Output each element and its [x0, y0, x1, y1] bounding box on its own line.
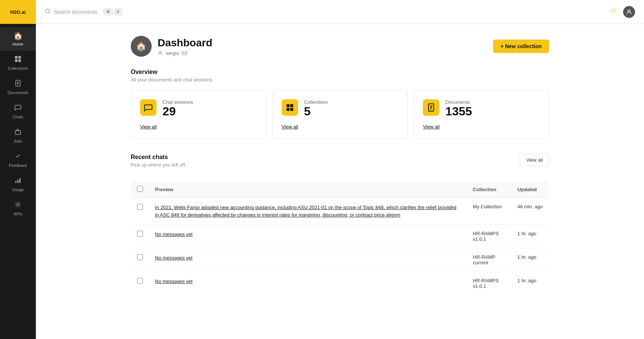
- svg-rect-2: [15, 59, 18, 62]
- chat-sessions-info: Chat sessions 29: [162, 99, 193, 118]
- table-row: No messages yet HR-RAMPS v1.0.1 1 hr. ag…: [131, 272, 549, 295]
- sidebar: H2O.ai 🏠 Home Collections Documents Chat…: [0, 0, 36, 339]
- sidebar-item-feedback[interactable]: Feedback: [0, 148, 36, 172]
- svg-point-13: [46, 9, 49, 13]
- jobs-icon: [14, 128, 22, 137]
- svg-line-23: [616, 8, 616, 9]
- theme-toggle-icon[interactable]: [610, 7, 617, 16]
- chat-sessions-value: 29: [162, 105, 193, 118]
- documents-view-all[interactable]: View all: [423, 124, 540, 130]
- content: 🏠 Dashboard sergio + New collection Over…: [36, 24, 644, 339]
- svg-rect-0: [15, 56, 18, 59]
- user-avatar-button[interactable]: [623, 6, 635, 18]
- table-row: In 2021, Wells Fargo adopted new account…: [131, 198, 549, 225]
- th-collection: Collection: [467, 181, 511, 198]
- sidebar-item-jobs[interactable]: Jobs: [0, 124, 36, 148]
- chat-preview-link-2[interactable]: No messages yet: [155, 255, 192, 261]
- chat-preview-link-1[interactable]: No messages yet: [155, 231, 192, 237]
- recent-chats-view-all-button[interactable]: View all: [520, 154, 549, 166]
- stat-card-documents: Documents 1355 View all: [414, 90, 549, 139]
- dashboard-title-area: 🏠 Dashboard sergio: [131, 36, 212, 57]
- chat-preview-link-3[interactable]: No messages yet: [155, 279, 192, 284]
- new-collection-button[interactable]: + New collection: [493, 40, 549, 53]
- main-area: Search documents ⌘ K 🏠 Dashboard: [36, 0, 644, 339]
- chat-preview-link-0[interactable]: In 2021, Wells Fargo adopted new account…: [155, 205, 456, 218]
- svg-line-14: [49, 12, 50, 13]
- topbar-right: [610, 6, 635, 18]
- sidebar-item-chats-label: Chats: [13, 115, 24, 119]
- svg-line-21: [616, 13, 616, 13]
- row-checkbox-2[interactable]: [137, 254, 143, 260]
- dashboard-home-icon: 🏠: [131, 36, 152, 57]
- row-collection-0: My Collection: [467, 198, 511, 225]
- svg-rect-10: [18, 180, 19, 183]
- documents-icon-box: [423, 99, 439, 116]
- row-checkbox-1[interactable]: [137, 231, 143, 237]
- stats-grid: Chat sessions 29 View all: [131, 90, 549, 139]
- feedback-icon: [14, 152, 22, 162]
- dashboard-title-text: Dashboard sergio: [158, 37, 212, 56]
- sidebar-item-collections[interactable]: Collections: [0, 51, 36, 75]
- sidebar-item-documents-label: Documents: [7, 90, 28, 95]
- search-icon: [45, 8, 51, 16]
- row-checkbox-cell: [131, 272, 149, 295]
- svg-rect-29: [287, 108, 290, 111]
- row-preview-0: In 2021, Wells Fargo adopted new account…: [149, 198, 467, 225]
- recent-chats-header: Recent chats Pick up where you left off.…: [131, 154, 549, 175]
- search-area[interactable]: Search documents ⌘ K: [45, 8, 605, 16]
- row-collection-3: HR-RAMPS v1.0.1: [467, 272, 511, 295]
- svg-rect-8: [15, 131, 21, 134]
- sidebar-item-feedback-label: Feedback: [9, 163, 27, 168]
- row-checkbox-cell: [131, 225, 149, 248]
- documents-value: 1355: [445, 105, 472, 118]
- row-updated-2: 1 hr. ago: [511, 248, 549, 272]
- sidebar-item-apis-label: APIs: [13, 212, 22, 216]
- stat-card-documents-top: Documents 1355: [423, 99, 540, 118]
- kbd-k: K: [114, 8, 122, 15]
- svg-line-20: [611, 8, 611, 9]
- row-preview-2: No messages yet: [149, 248, 467, 272]
- stat-card-collections-top: Collections 5: [282, 99, 399, 118]
- documents-label: Documents: [445, 99, 472, 105]
- th-preview: Preview: [149, 181, 467, 198]
- row-checkbox-0[interactable]: [137, 204, 143, 210]
- row-checkbox-3[interactable]: [137, 278, 143, 284]
- svg-point-15: [612, 9, 615, 12]
- chat-sessions-label: Chat sessions: [162, 99, 193, 105]
- table-row: No messages yet HR-RAMPS v1.0.1 1 hr. ag…: [131, 225, 549, 248]
- recent-chats-section: Recent chats Pick up where you left off.…: [131, 154, 549, 295]
- collections-value: 5: [304, 105, 328, 118]
- table-header-row: Preview Collection Updated: [131, 181, 549, 198]
- collections-icon: [14, 55, 22, 65]
- stat-card-chats: Chat sessions 29 View all: [131, 90, 266, 139]
- row-updated-0: 46 min. ago: [511, 198, 549, 225]
- sidebar-item-usage[interactable]: Usage: [0, 172, 36, 196]
- content-inner: 🏠 Dashboard sergio + New collection Over…: [116, 24, 564, 307]
- sidebar-item-jobs-label: Jobs: [13, 139, 22, 143]
- table-row: No messages yet HR-RAMP current 1 hr. ag…: [131, 248, 549, 272]
- home-icon: 🏠: [13, 31, 23, 40]
- sidebar-item-documents[interactable]: Documents: [0, 75, 36, 99]
- row-preview-3: No messages yet: [149, 272, 467, 295]
- row-updated-1: 1 hr. ago: [511, 225, 549, 248]
- sidebar-item-chats[interactable]: Chats: [0, 99, 36, 124]
- overview-subtitle: All your documents and chat sessions.: [131, 77, 549, 83]
- th-updated: Updated: [511, 181, 549, 198]
- svg-rect-30: [290, 108, 293, 111]
- logo[interactable]: H2O.ai: [0, 0, 36, 24]
- collections-label: Collections: [304, 99, 328, 105]
- sidebar-item-apis[interactable]: APIs: [0, 196, 36, 221]
- sidebar-item-usage-label: Usage: [12, 187, 24, 192]
- overview-section: Overview All your documents and chat ses…: [131, 69, 549, 139]
- logo-text: H2O.ai: [10, 9, 25, 15]
- search-keyboard-shortcuts: ⌘ K: [103, 8, 122, 15]
- collections-view-all[interactable]: View all: [282, 124, 399, 130]
- select-all-checkbox[interactable]: [137, 186, 143, 192]
- collections-info: Collections 5: [304, 99, 328, 118]
- chat-sessions-view-all[interactable]: View all: [140, 124, 257, 130]
- sidebar-item-home[interactable]: 🏠 Home: [0, 27, 36, 51]
- svg-rect-28: [290, 104, 293, 107]
- kbd-cmd: ⌘: [103, 8, 113, 15]
- sidebar-item-collections-label: Collections: [8, 66, 28, 71]
- overview-title: Overview: [131, 69, 549, 75]
